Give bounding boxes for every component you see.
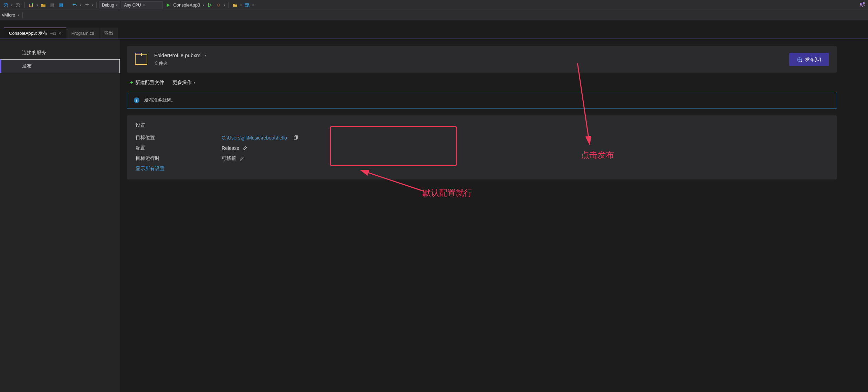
plus-icon: +: [130, 80, 133, 86]
separator: [24, 2, 25, 8]
svg-point-1: [16, 3, 20, 7]
new-profile-link[interactable]: + 新建配置文件: [130, 80, 164, 86]
tab-program-cs[interactable]: Program.cs: [66, 28, 99, 39]
tab-output[interactable]: 输出: [99, 28, 118, 39]
globe-icon: [797, 57, 802, 62]
settings-panel: 设置 目标位置 C:\Users\gil\Music\reboot\hello …: [127, 115, 837, 179]
profile-name-dropdown[interactable]: FolderProfile.pubxml ▾: [154, 52, 206, 58]
publish-content: FolderProfile.pubxml ▾ 文件夹 发布(U) + 新建配置文…: [120, 39, 868, 392]
setting-target-runtime: 目标运行时 可移植: [136, 155, 828, 162]
solution-config-dropdown[interactable]: Debug▾: [99, 1, 120, 9]
svg-point-0: [4, 3, 8, 7]
publish-button[interactable]: 发布(U): [789, 53, 829, 66]
document-tabstrip: ConsoleApp3: 发布 ⊣□ × Program.cs 输出: [0, 28, 868, 39]
main-area: 连接的服务 发布 FolderProfile.pubxml ▾ 文件夹 发布(U…: [0, 39, 868, 392]
setting-label: 目标运行时: [136, 155, 222, 162]
pin-icon[interactable]: ⊣□: [50, 31, 56, 36]
settings-title: 设置: [136, 122, 828, 128]
target-location-link[interactable]: C:\Users\gil\Music\reboot\hello: [222, 135, 287, 141]
setting-target-location: 目标位置 C:\Users\gil\Music\reboot\hello: [136, 135, 828, 141]
browse-button[interactable]: [231, 1, 239, 9]
nav-back-button[interactable]: [2, 1, 10, 9]
svg-point-14: [863, 2, 865, 4]
solution-config-value: Debug: [102, 3, 114, 8]
copy-icon[interactable]: [293, 135, 298, 140]
more-actions-dropdown[interactable]: 更多操作 ▾: [172, 80, 195, 86]
hot-reload-button[interactable]: [215, 1, 222, 9]
close-icon[interactable]: ×: [59, 31, 61, 36]
save-button[interactable]: [49, 1, 56, 9]
svg-rect-2: [30, 4, 33, 7]
actions-row: + 新建配置文件 更多操作 ▾: [127, 78, 837, 92]
tab-label: 输出: [104, 30, 113, 36]
svg-rect-5: [60, 3, 62, 4]
profile-type: 文件夹: [154, 60, 206, 66]
status-message: 发布准备就绪。: [144, 97, 176, 103]
setting-configuration: 配置 Release: [136, 145, 828, 151]
publish-button-label: 发布(U): [805, 56, 821, 63]
nav-forward-button[interactable]: [14, 1, 22, 9]
new-project-button[interactable]: [28, 1, 35, 9]
svg-rect-10: [294, 136, 296, 140]
vmicro-menu[interactable]: vMicro: [2, 12, 15, 18]
setting-label: 目标位置: [136, 135, 222, 141]
separator: [96, 2, 97, 8]
separator: [68, 2, 68, 8]
run-target-label: ConsoleApp3: [173, 2, 200, 8]
start-debug-button[interactable]: [164, 1, 172, 9]
target-runtime-value: 可移植: [222, 155, 236, 162]
redo-button[interactable]: [83, 1, 91, 9]
tab-label: ConsoleApp3: 发布: [9, 30, 47, 37]
liveshare-icon[interactable]: [859, 1, 866, 8]
main-toolbar: ▾ ▾ ▾ ▾ Debug▾ Any CPU▾ ConsoleApp3 ▾ ▾ …: [0, 0, 868, 10]
open-file-button[interactable]: [40, 1, 47, 9]
folder-icon: [135, 54, 147, 65]
edit-icon[interactable]: [243, 146, 247, 151]
svg-rect-4: [51, 5, 54, 7]
info-icon: i: [134, 97, 139, 103]
undo-button[interactable]: [71, 1, 78, 9]
save-all-button[interactable]: [57, 1, 65, 9]
profile-name: FolderProfile.pubxml: [154, 52, 202, 58]
status-bar: i 发布准备就绪。: [127, 92, 837, 109]
start-without-debug-button[interactable]: [206, 1, 213, 9]
new-profile-label: 新建配置文件: [135, 80, 164, 86]
svg-rect-3: [51, 3, 53, 4]
separator: [22, 12, 23, 18]
tab-publish[interactable]: ConsoleApp3: 发布 ⊣□ ×: [4, 28, 66, 39]
more-actions-label: 更多操作: [172, 80, 192, 86]
sidebar-item-publish[interactable]: 发布: [0, 59, 120, 73]
svg-point-13: [860, 3, 862, 5]
svg-rect-6: [60, 5, 63, 7]
profile-header: FolderProfile.pubxml ▾ 文件夹 发布(U): [127, 46, 837, 73]
setting-label: 配置: [136, 145, 222, 151]
sidebar-item-connected-services[interactable]: 连接的服务: [0, 46, 120, 59]
extension-toolbar: vMicro ▾: [0, 10, 868, 20]
publish-sidebar: 连接的服务 发布: [0, 39, 120, 392]
window-layout-button[interactable]: [243, 1, 251, 9]
show-all-settings-link[interactable]: 显示所有设置: [136, 166, 828, 172]
solution-platform-value: Any CPU: [124, 3, 141, 8]
solution-platform-dropdown[interactable]: Any CPU▾: [121, 1, 163, 9]
tab-label: Program.cs: [71, 31, 94, 36]
edit-icon[interactable]: [240, 156, 244, 161]
separator: [228, 2, 229, 8]
annotation-default-config: 默认配置就行: [423, 187, 472, 198]
configuration-value: Release: [222, 145, 239, 151]
